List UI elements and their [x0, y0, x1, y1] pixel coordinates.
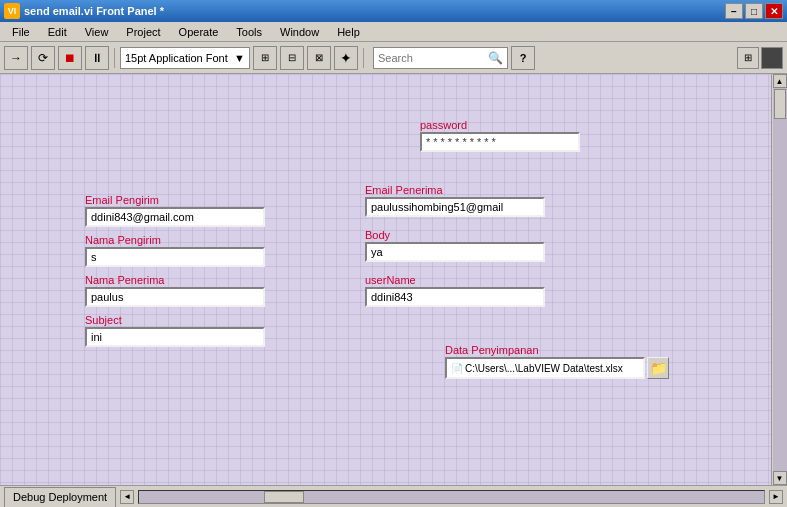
menu-bar: File Edit View Project Operate Tools Win… [0, 22, 787, 42]
subject-label: Subject [85, 314, 265, 326]
scroll-track[interactable] [773, 88, 787, 471]
scroll-right-arrow[interactable]: ► [769, 490, 783, 504]
run-continuous-button[interactable]: ⟳ [31, 46, 55, 70]
main-area: password ********** Email Pengirim ddini… [0, 74, 787, 485]
password-input[interactable]: ********** [420, 132, 580, 152]
minimize-button[interactable]: − [725, 3, 743, 19]
abort-button[interactable]: ⏹ [58, 46, 82, 70]
search-input[interactable] [378, 52, 488, 64]
file-prefix-icon: 📄 [451, 363, 463, 374]
toolbar: → ⟳ ⏹ ⏸ 15pt Application Font ▼ ⊞ ⊟ ⊠ ✦ … [0, 42, 787, 74]
file-browse-button[interactable]: 📁 [647, 357, 669, 379]
body-input[interactable]: ya [365, 242, 545, 262]
email-penerima-label: Email Penerima [365, 184, 545, 196]
subject-input[interactable]: ini [85, 327, 265, 347]
scroll-thumb[interactable] [774, 89, 786, 119]
email-penerima-input[interactable]: paulussihombing51@gmail [365, 197, 545, 217]
scroll-left-arrow[interactable]: ◄ [120, 490, 134, 504]
palette-img-icon[interactable] [761, 47, 783, 69]
toolbar-sep-2 [363, 48, 364, 68]
scroll-up-button[interactable]: ▲ [773, 74, 787, 88]
nama-pengirim-label: Nama Pengirim [85, 234, 265, 246]
font-selector[interactable]: 15pt Application Font ▼ [120, 47, 250, 69]
horizontal-scrollbar[interactable] [138, 490, 765, 504]
menu-window[interactable]: Window [272, 24, 327, 40]
data-penyimpanan-label: Data Penyimpanan [445, 344, 669, 356]
subject-control: Subject ini [85, 314, 265, 347]
body-control: Body ya [365, 229, 545, 262]
nama-pengirim-input[interactable]: s [85, 247, 265, 267]
menu-file[interactable]: File [4, 24, 38, 40]
align-button[interactable]: ⊞ [253, 46, 277, 70]
canvas[interactable]: password ********** Email Pengirim ddini… [0, 74, 771, 485]
menu-help[interactable]: Help [329, 24, 368, 40]
window-title: send email.vi Front Panel * [24, 5, 164, 17]
maximize-button[interactable]: □ [745, 3, 763, 19]
nama-penerima-control: Nama Penerima paulus [85, 274, 265, 307]
right-scrollbar: ▲ ▼ [771, 74, 787, 485]
title-bar: VI send email.vi Front Panel * − □ ✕ [0, 0, 787, 22]
menu-edit[interactable]: Edit [40, 24, 75, 40]
data-penyimpanan-file-control: 📄 C:\Users\...\LabVIEW Data\test.xlsx 📁 [445, 357, 669, 379]
password-label: password [420, 119, 580, 131]
title-bar-left: VI send email.vi Front Panel * [4, 3, 164, 19]
nama-penerima-label: Nama Penerima [85, 274, 265, 286]
password-control: password ********** [420, 119, 580, 152]
search-box[interactable]: 🔍 [373, 47, 508, 69]
status-bar: Debug Deployment ◄ ► [0, 485, 787, 507]
email-penerima-control: Email Penerima paulussihombing51@gmail [365, 184, 545, 217]
app-icon: VI [4, 3, 20, 19]
chevron-down-icon: ▼ [234, 52, 245, 64]
h-scroll-thumb[interactable] [264, 491, 304, 503]
toolbar-sep-1 [114, 48, 115, 68]
color-button[interactable]: ✦ [334, 46, 358, 70]
menu-operate[interactable]: Operate [171, 24, 227, 40]
nama-pengirim-control: Nama Pengirim s [85, 234, 265, 267]
username-label: userName [365, 274, 545, 286]
title-controls: − □ ✕ [725, 3, 783, 19]
menu-project[interactable]: Project [118, 24, 168, 40]
palette-top-icon[interactable]: ⊞ [737, 47, 759, 69]
email-pengirim-control: Email Pengirim ddini843@gmail.com [85, 194, 265, 227]
pause-button[interactable]: ⏸ [85, 46, 109, 70]
nama-penerima-input[interactable]: paulus [85, 287, 265, 307]
file-path-text: C:\Users\...\LabVIEW Data\test.xlsx [465, 363, 623, 374]
debug-deployment-tab[interactable]: Debug Deployment [4, 487, 116, 507]
file-path-display[interactable]: 📄 C:\Users\...\LabVIEW Data\test.xlsx [445, 357, 645, 379]
search-icon[interactable]: 🔍 [488, 51, 503, 65]
menu-view[interactable]: View [77, 24, 117, 40]
help-button[interactable]: ? [511, 46, 535, 70]
close-button[interactable]: ✕ [765, 3, 783, 19]
scroll-down-button[interactable]: ▼ [773, 471, 787, 485]
username-control: userName ddini843 [365, 274, 545, 307]
username-input[interactable]: ddini843 [365, 287, 545, 307]
menu-tools[interactable]: Tools [228, 24, 270, 40]
distribute-button[interactable]: ⊟ [280, 46, 304, 70]
body-label: Body [365, 229, 545, 241]
email-pengirim-input[interactable]: ddini843@gmail.com [85, 207, 265, 227]
data-penyimpanan-control: Data Penyimpanan 📄 C:\Users\...\LabVIEW … [445, 344, 669, 379]
email-pengirim-label: Email Pengirim [85, 194, 265, 206]
run-button[interactable]: → [4, 46, 28, 70]
resize-button[interactable]: ⊠ [307, 46, 331, 70]
